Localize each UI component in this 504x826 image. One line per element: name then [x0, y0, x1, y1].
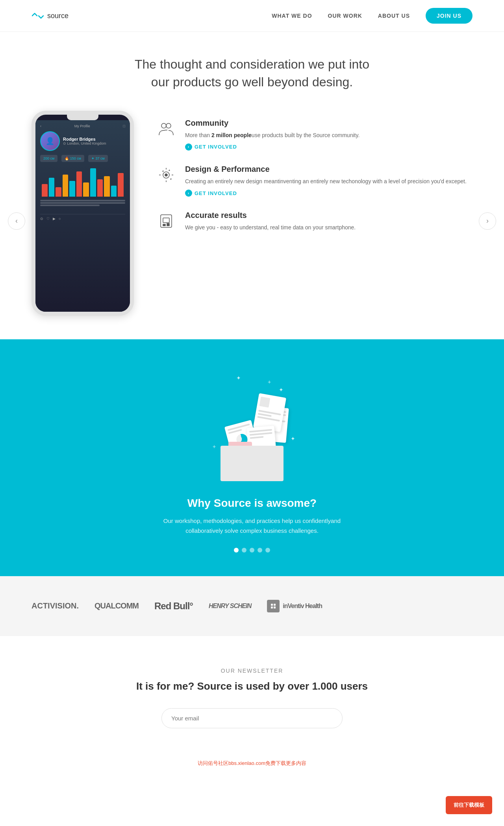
bar-9 — [97, 179, 103, 197]
design-description: Creating an entirely new design meantinv… — [185, 177, 467, 186]
profile-location: ⊙ London, United Kingdom — [63, 141, 106, 145]
stats-row: 200 cм 🔥 150 cм ✦ 37 cм — [40, 155, 125, 162]
community-arrow-icon: › — [185, 143, 192, 151]
features-section: ‹ ‹ My Profile □ 👤 Rodger Bridges ⊙ Lond… — [0, 103, 504, 339]
inventiv-icon — [267, 600, 280, 612]
feature-accurate: Accurate results We give you - easy to u… — [158, 211, 472, 236]
hero-line2: our products go well beyond desing. — [151, 75, 353, 89]
svg-rect-8 — [161, 215, 172, 227]
dot-4[interactable] — [258, 548, 262, 553]
phone-notch — [67, 115, 98, 120]
logo[interactable]: source — [32, 12, 69, 20]
phone-screen: ‹ My Profile □ 👤 Rodger Bridges ⊙ London… — [35, 120, 130, 316]
sparkle-5: ✦ — [291, 435, 295, 442]
design-arrow-icon: › — [185, 190, 192, 197]
bar-3 — [56, 187, 61, 197]
dot-5[interactable] — [265, 548, 270, 553]
svg-point-7 — [165, 174, 167, 176]
bar-1 — [42, 184, 48, 197]
carousel-prev-button[interactable]: ‹ — [8, 212, 25, 230]
dot-3[interactable] — [250, 548, 254, 553]
svg-rect-10 — [163, 224, 165, 226]
dot-1[interactable] — [234, 548, 239, 553]
stat-1: 200 cм — [40, 155, 57, 162]
bar-5 — [69, 181, 75, 197]
footer-icon-1: ⊙ — [40, 217, 43, 221]
feature-accurate-content: Accurate results We give you - easy to u… — [185, 211, 356, 236]
avatar: 👤 — [40, 131, 60, 151]
community-cta: GET INVOLVED — [195, 144, 237, 150]
bar-7 — [83, 182, 89, 197]
accurate-description: We give you - easy to understand, real t… — [185, 223, 356, 232]
logo-text: source — [47, 12, 69, 20]
phone-topbar: ‹ My Profile □ — [40, 124, 125, 128]
stat-3: ✦ 37 cм — [88, 155, 108, 162]
cyan-banner: ✦ + ✦ + ✦ — [0, 339, 504, 576]
footer-icon-3: ▶ — [53, 217, 56, 221]
community-get-involved-link[interactable]: › GET INVOLVED — [185, 143, 359, 151]
stat-2: 🔥 150 cм — [61, 155, 84, 162]
email-input[interactable] — [161, 708, 343, 728]
hero-section: The thought and consideration we put int… — [0, 32, 504, 103]
nav-what-we-do[interactable]: WHAT WE DO — [272, 13, 312, 19]
svg-rect-12 — [271, 604, 273, 606]
accurate-title: Accurate results — [185, 211, 356, 220]
email-form — [32, 708, 472, 728]
sparkle-1: ✦ — [236, 375, 241, 381]
profile-footer: ⊙ ♡ ▶ ○ — [40, 214, 125, 221]
features-list: Community More than 2 millon peopleuse p… — [158, 111, 472, 250]
banner-description: Our workshop, methodologies, and practic… — [154, 516, 350, 536]
design-title: Design & Performance — [185, 165, 467, 174]
design-get-involved-link[interactable]: › GET INVOLVED — [185, 190, 467, 197]
svg-rect-11 — [167, 223, 169, 226]
phone-mini-bars — [40, 200, 125, 212]
hero-headline: The thought and consideration we put int… — [32, 56, 472, 91]
footer-icon-2: ♡ — [46, 217, 50, 221]
svg-point-1 — [166, 123, 171, 128]
bar-12 — [118, 173, 124, 197]
phone-back-icon: ‹ — [40, 124, 41, 128]
hero-line1: The thought and consideration we put int… — [135, 57, 369, 71]
svg-rect-14 — [271, 606, 273, 608]
phone-mockup: ‹ My Profile □ 👤 Rodger Bridges ⊙ London… — [32, 111, 134, 316]
bar-2 — [49, 178, 55, 197]
partner-inventiv-health: inVentiv Health — [267, 600, 322, 612]
header: source WHAT WE DO OUR WORK ABOUT US JOIN… — [0, 0, 504, 32]
carousel-next-button[interactable]: › — [479, 212, 496, 230]
partners-grid: ACTIVISION. QUALCOMM Red Bull° HENRY SCH… — [32, 600, 472, 612]
dot-2[interactable] — [242, 548, 246, 553]
nav-our-work[interactable]: OUR WORK — [328, 13, 362, 19]
phone-menu-icon: □ — [123, 124, 125, 128]
phone-frame: ‹ My Profile □ 👤 Rodger Bridges ⊙ London… — [32, 111, 134, 316]
svg-point-0 — [161, 123, 166, 128]
banner-title: Why Source is awsome? — [32, 497, 472, 510]
design-cta: GET INVOLVED — [195, 190, 237, 196]
partner-henry-schein: HENRY SCHEIN — [209, 603, 251, 610]
footer-note: 访问佑号社区bbs.xienlao.com免费下载更多内容 — [0, 752, 504, 775]
svg-rect-15 — [274, 606, 276, 608]
feature-community: Community More than 2 millon peopleuse p… — [158, 119, 472, 151]
phone-title: My Profile — [74, 124, 90, 128]
sparkle-4: + — [213, 443, 216, 450]
community-description: More than 2 millon peopleuse products bu… — [185, 131, 359, 140]
carousel-dots — [32, 548, 472, 553]
partner-redbull: Red Bull° — [154, 601, 193, 612]
bar-10 — [104, 176, 110, 197]
newsletter-section: Our Newsletter It is for me? Source is u… — [0, 636, 504, 752]
folder-base — [220, 446, 284, 481]
profile-section: 👤 Rodger Bridges ⊙ London, United Kingdo… — [40, 131, 125, 151]
nav-about-us[interactable]: ABOUT US — [378, 13, 410, 19]
footer-text: 访问佑号社区bbs.xienlao.com免费下载更多内容 — [198, 760, 306, 766]
banner-illustration: ✦ + ✦ + ✦ — [189, 371, 315, 481]
bar-6 — [76, 171, 82, 197]
chevron-left-icon: ‹ — [15, 217, 18, 225]
bar-4 — [63, 175, 69, 197]
footer-icon-4: ○ — [59, 217, 61, 221]
svg-rect-9 — [163, 218, 169, 223]
partner-qualcomm: QUALCOMM — [94, 601, 139, 610]
partner-activision: ACTIVISION. — [32, 601, 79, 610]
nav-join-us[interactable]: JOIN US — [426, 8, 472, 24]
feature-design-content: Design & Performance Creating an entirel… — [185, 165, 467, 197]
feature-design: Design & Performance Creating an entirel… — [158, 165, 472, 197]
svg-rect-13 — [274, 604, 276, 606]
